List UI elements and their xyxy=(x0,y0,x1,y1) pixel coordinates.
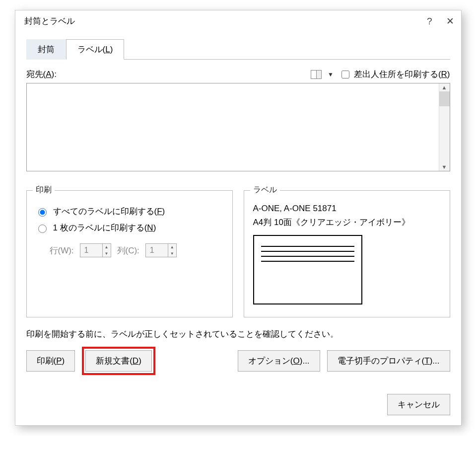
radio-all-input[interactable] xyxy=(38,208,47,217)
radio-one-input[interactable] xyxy=(38,225,47,233)
options-button[interactable]: オプション(O)... xyxy=(238,350,320,372)
col-stepper[interactable]: ▲▼ xyxy=(145,243,177,257)
address-label: 宛先(A): xyxy=(26,69,57,80)
radio-one-label[interactable]: 1 枚のラベルに印刷する(N) xyxy=(36,222,223,233)
address-textarea[interactable] xyxy=(27,83,439,171)
label-group-title: ラベル xyxy=(250,185,280,195)
scroll-down-icon[interactable]: ▼ xyxy=(439,164,450,170)
label-product: A-ONE, A-ONE 51871 xyxy=(253,204,441,214)
radio-all-labels[interactable]: すべてのラベルに印刷する(F) xyxy=(36,206,223,217)
dialog-title: 封筒とラベル xyxy=(24,15,75,27)
envelopes-labels-dialog: 封筒とラベル ? ✕ 封筒 ラベル(L) 宛先(A): ▼ 差出人住所を印 xyxy=(15,10,462,426)
titlebar: 封筒とラベル ? ✕ xyxy=(15,10,461,32)
scroll-thumb[interactable] xyxy=(439,91,450,106)
row-down-icon[interactable]: ▼ xyxy=(103,250,111,257)
return-address-check[interactable]: 差出人住所を印刷する(R) xyxy=(340,69,450,80)
label-preview-icon xyxy=(253,235,362,304)
label-spec: A4判 10面《クリアエッジ・アイボリー》 xyxy=(253,217,441,228)
print-group-title: 印刷 xyxy=(33,185,55,195)
address-textarea-wrap: ▲ ▼ xyxy=(26,83,450,171)
print-group: 印刷 すべてのラベルに印刷する(F) 1 枚のラベルに印刷する(N) 行(W): xyxy=(26,190,233,317)
print-button[interactable]: 印刷(P) xyxy=(26,350,75,372)
help-icon[interactable]: ? xyxy=(427,16,432,27)
tab-label[interactable]: ラベル(L) xyxy=(66,39,125,60)
return-address-checkbox[interactable] xyxy=(341,71,349,78)
col-label: 列(C): xyxy=(117,245,139,256)
cancel-button[interactable]: キャンセル xyxy=(387,394,450,415)
col-down-icon[interactable]: ▼ xyxy=(168,250,176,257)
scrollbar[interactable]: ▲ ▼ xyxy=(439,83,450,171)
estamp-properties-button[interactable]: 電子切手のプロパティ(T)... xyxy=(327,350,450,372)
chevron-down-icon[interactable]: ▼ xyxy=(328,71,334,78)
row-label: 行(W): xyxy=(50,245,74,256)
row-stepper[interactable]: ▲▼ xyxy=(80,243,111,257)
tab-envelope[interactable]: 封筒 xyxy=(26,39,66,60)
col-value[interactable] xyxy=(146,245,168,255)
row-up-icon[interactable]: ▲ xyxy=(103,244,111,250)
scroll-up-icon[interactable]: ▲ xyxy=(439,84,450,90)
address-book-icon[interactable] xyxy=(311,70,322,79)
close-icon[interactable]: ✕ xyxy=(446,15,454,27)
new-document-button[interactable]: 新規文書(D) xyxy=(85,350,152,372)
tab-strip: 封筒 ラベル(L) xyxy=(26,39,450,60)
highlight-annotation: 新規文書(D) xyxy=(82,347,155,375)
col-up-icon[interactable]: ▲ xyxy=(168,244,176,250)
hint-text: 印刷を開始する前に、ラベルが正しくセットされていることを確認してください。 xyxy=(26,328,450,340)
label-group[interactable]: ラベル A-ONE, A-ONE 51871 A4判 10面《クリアエッジ・アイ… xyxy=(244,190,450,317)
row-value[interactable] xyxy=(80,245,102,255)
